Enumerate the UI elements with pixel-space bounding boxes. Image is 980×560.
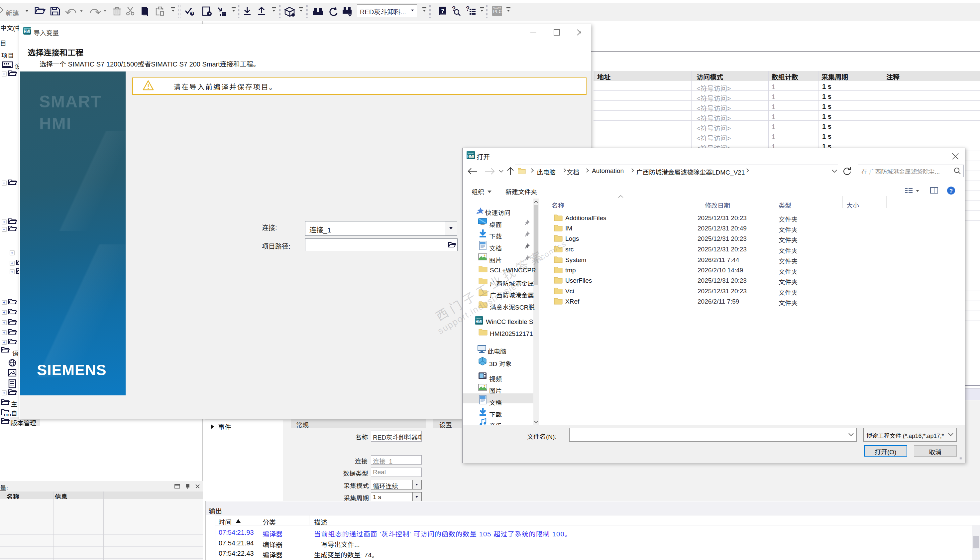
svg-text:?: ? <box>452 5 456 12</box>
svg-text:?: ? <box>441 8 444 14</box>
svg-text:?: ? <box>949 188 953 194</box>
svg-text:?: ? <box>466 5 470 12</box>
svg-text:?: ? <box>191 12 193 16</box>
